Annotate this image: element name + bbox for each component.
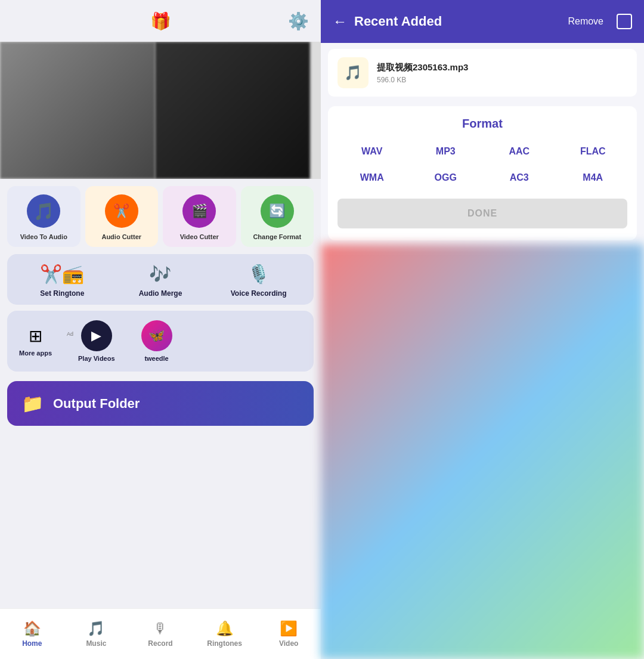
banner-area: [0, 42, 321, 179]
nav-video[interactable]: ▶️ Video: [256, 609, 321, 659]
tool-audio-merge-label: Audio Merge: [139, 289, 182, 298]
format-mp3[interactable]: MP3: [411, 143, 481, 160]
nav-home-label: Home: [22, 639, 42, 648]
bottom-blurred-area: [321, 244, 644, 659]
nav-home[interactable]: 🏠 Home: [0, 609, 64, 659]
feature-grid: 🎵 Video To Audio ✂️ Audio Cutter 🎬 Video…: [0, 179, 321, 254]
settings-icon[interactable]: ⚙️: [288, 11, 309, 31]
feature-change-format-label: Change Format: [253, 233, 301, 241]
format-grid: WAV MP3 AAC FLAC WMA OGG AC3 M4A: [338, 143, 627, 187]
app-tweedle[interactable]: 🦋 tweedle: [141, 320, 172, 362]
tool-set-ringtone[interactable]: ✂️📻 Set Ringtone: [18, 264, 106, 298]
tool-set-ringtone-label: Set Ringtone: [40, 289, 84, 298]
tool-voice-recording[interactable]: 🎙️ Voice Recording: [215, 264, 303, 298]
feature-video-to-audio-label: Video To Audio: [20, 233, 67, 241]
format-flac[interactable]: FLAC: [559, 143, 628, 160]
format-wav[interactable]: WAV: [338, 143, 407, 160]
format-m4a[interactable]: M4A: [559, 169, 628, 187]
output-folder-label: Output Folder: [53, 396, 140, 412]
music-icon: 🎵: [87, 620, 105, 637]
output-folder-icon: 📁: [21, 393, 44, 414]
video-cutter-icon: 🎬: [182, 194, 216, 228]
right-header: ← Recent Added Remove: [321, 0, 644, 43]
tool-voice-recording-label: Voice Recording: [231, 289, 287, 298]
done-button[interactable]: DONE: [338, 199, 627, 228]
more-apps-icon: ⊞: [29, 326, 42, 346]
tools-row: ✂️📻 Set Ringtone 🎶 Audio Merge 🎙️ Voice …: [7, 254, 314, 305]
play-videos-label: Play Videos: [78, 355, 115, 362]
tweedle-icon: 🦋: [141, 320, 172, 351]
app-more-apps[interactable]: Ad ⊞ More apps: [19, 326, 52, 357]
ringtones-icon: 🔔: [216, 620, 234, 637]
nav-record-label: Record: [148, 639, 172, 648]
right-panel: ← Recent Added Remove 🎵 提取视频2305163.mp3 …: [321, 0, 644, 659]
remove-button[interactable]: Remove: [568, 16, 603, 27]
back-button[interactable]: ←: [333, 13, 347, 30]
tool-audio-merge[interactable]: 🎶 Audio Merge: [116, 264, 205, 298]
feature-change-format[interactable]: 🔄 Change Format: [241, 186, 314, 247]
format-ac3[interactable]: AC3: [485, 169, 554, 187]
audio-cutter-icon: ✂️: [105, 194, 138, 228]
tweedle-label: tweedle: [144, 355, 168, 362]
more-apps-label: More apps: [19, 349, 52, 357]
set-ringtone-icon: ✂️📻: [40, 264, 84, 284]
feature-audio-cutter[interactable]: ✂️ Audio Cutter: [85, 186, 159, 247]
audio-merge-icon: 🎶: [149, 264, 171, 284]
feature-video-cutter-label: Video Cutter: [180, 233, 219, 241]
feature-video-to-audio[interactable]: 🎵 Video To Audio: [7, 186, 80, 247]
ad-badge: Ad: [67, 331, 73, 337]
file-item[interactable]: 🎵 提取视频2305163.mp3 596.0 KB: [328, 49, 637, 97]
format-section: Format WAV MP3 AAC FLAC WMA OGG AC3 M4A …: [328, 106, 637, 240]
nav-record[interactable]: 🎙 Record: [128, 609, 193, 659]
voice-recording-icon: 🎙️: [247, 264, 270, 284]
nav-music-label: Music: [86, 639, 106, 648]
feature-video-cutter[interactable]: 🎬 Video Cutter: [163, 186, 236, 247]
feature-audio-cutter-label: Audio Cutter: [101, 233, 141, 241]
nav-music[interactable]: 🎵 Music: [64, 609, 129, 659]
output-folder-button[interactable]: 📁 Output Folder: [7, 381, 314, 426]
video-icon: ▶️: [280, 620, 298, 637]
format-title: Format: [338, 117, 627, 131]
file-info: 提取视频2305163.mp3 596.0 KB: [377, 62, 627, 84]
right-panel-title: Recent Added: [354, 14, 561, 29]
left-panel: 🎁 ⚙️ 🎵 Video To Audio ✂️ Audio Cutter 🎬 …: [0, 0, 321, 659]
format-wma[interactable]: WMA: [338, 169, 407, 187]
top-bar: 🎁 ⚙️: [0, 0, 321, 42]
nav-video-label: Video: [279, 639, 298, 648]
play-videos-icon: ▶: [81, 320, 112, 351]
nav-ringtones-label: Ringtones: [207, 639, 242, 648]
file-music-icon: 🎵: [338, 57, 369, 88]
square-select-button[interactable]: [617, 14, 632, 29]
file-name: 提取视频2305163.mp3: [377, 62, 627, 73]
record-icon: 🎙: [153, 620, 168, 637]
banner-right: [155, 42, 310, 179]
bottom-nav: 🏠 Home 🎵 Music 🎙 Record 🔔 Ringtones ▶️ V…: [0, 608, 321, 659]
app-play-videos[interactable]: ▶ Play Videos: [78, 320, 115, 362]
video-to-audio-icon: 🎵: [27, 194, 60, 228]
gift-icon[interactable]: 🎁: [145, 6, 175, 36]
format-aac[interactable]: AAC: [485, 143, 554, 160]
apps-row: Ad ⊞ More apps ▶ Play Videos 🦋 tweedle: [7, 311, 314, 372]
home-icon: 🏠: [23, 620, 41, 637]
banner-left: [0, 42, 155, 179]
file-size: 596.0 KB: [377, 76, 627, 84]
format-ogg[interactable]: OGG: [411, 169, 481, 187]
change-format-icon: 🔄: [261, 194, 294, 228]
nav-ringtones[interactable]: 🔔 Ringtones: [193, 609, 257, 659]
